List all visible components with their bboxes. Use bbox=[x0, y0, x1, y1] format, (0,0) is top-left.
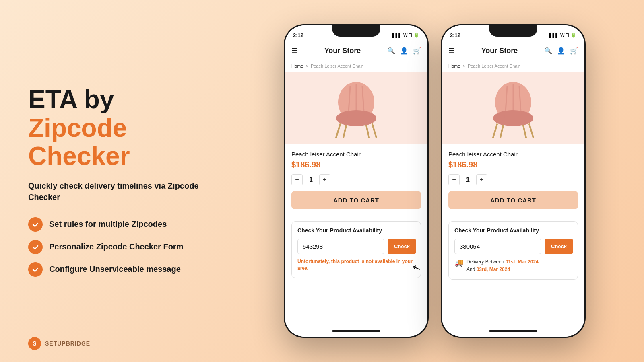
phone-1-qty-decrease[interactable]: − bbox=[291, 174, 303, 185]
phone-2-delivery-row: 🚚 Delivery Between 01st, Mar 2024 And 03… bbox=[454, 258, 572, 274]
brand-footer: S SETUPBRIDGE bbox=[28, 337, 90, 350]
checkmark-icon-2 bbox=[28, 240, 43, 254]
phone-2-product-image bbox=[442, 72, 584, 144]
phone-1-navbar: ☰ Your Store 🔍 👤 🛒 bbox=[285, 41, 427, 60]
wifi-icon: WiFi bbox=[403, 33, 412, 37]
phone-1-add-to-cart-button[interactable]: ADD TO CART bbox=[291, 191, 421, 209]
phone-2-search-icon[interactable]: 🔍 bbox=[544, 47, 552, 55]
phone-2-store-name: Your Store bbox=[481, 47, 518, 55]
phone-2-inner: 2:12 ▌▌▌ WiFi 🔋 ☰ Your Store 🔍 👤 bbox=[442, 25, 584, 337]
phone-1-user-icon[interactable]: 👤 bbox=[400, 47, 408, 55]
delivery-start-date: 01st, Mar 2024 bbox=[506, 259, 539, 265]
phone-1-breadcrumb-current: Peach Leiser Accent Chair bbox=[311, 64, 363, 68]
phone-1-breadcrumb: Home > Peach Leiser Accent Chair bbox=[285, 60, 427, 72]
phone-1-zipcode-row: Check bbox=[297, 239, 415, 254]
svg-line-13 bbox=[500, 125, 503, 138]
phone-2-chair-svg bbox=[485, 78, 541, 138]
phone-1-quantity-row: − 1 + bbox=[291, 174, 421, 185]
phone-1-status-icons: ▌▌▌ WiFi 🔋 bbox=[392, 33, 419, 38]
svg-line-2 bbox=[336, 124, 340, 138]
signal-icon-2: ▌▌▌ bbox=[549, 33, 559, 37]
phone-1-menu-icon[interactable]: ☰ bbox=[291, 46, 298, 55]
phone-1-breadcrumb-home[interactable]: Home bbox=[291, 64, 303, 68]
phone-2-product-price: $186.98 bbox=[448, 160, 578, 169]
feature-item-3: Configure Unserviceable message bbox=[28, 262, 201, 277]
hero-title: ETA by Zipcode Checker bbox=[28, 85, 201, 170]
delivery-end-date: 03rd, Mar 2024 bbox=[477, 267, 510, 272]
phone-1-error-message: Unfortunately, this product is not avail… bbox=[297, 258, 415, 272]
phone-2-breadcrumb-home[interactable]: Home bbox=[448, 64, 460, 68]
phone-2: 2:12 ▌▌▌ WiFi 🔋 ☰ Your Store 🔍 👤 bbox=[441, 24, 586, 338]
phone-2-time: 2:12 bbox=[450, 32, 460, 38]
phone-1-home-bar bbox=[285, 325, 427, 337]
phone-1-cart-icon[interactable]: 🛒 bbox=[413, 47, 421, 55]
phone-2-qty-decrease[interactable]: − bbox=[448, 174, 460, 185]
phone-2-cart-icon[interactable]: 🛒 bbox=[570, 47, 578, 55]
delivery-and: And bbox=[466, 267, 477, 272]
svg-line-14 bbox=[523, 125, 526, 138]
phone-2-zipcode-row: Check bbox=[454, 239, 572, 254]
truck-icon: 🚚 bbox=[454, 258, 463, 267]
phone-1-qty-value: 1 bbox=[309, 176, 313, 183]
phone-2-screen: ☰ Your Store 🔍 👤 🛒 Home > Peach Leiser A… bbox=[442, 41, 584, 325]
phone-1-home-bar-indicator bbox=[332, 330, 380, 332]
wifi-icon-2: WiFi bbox=[560, 33, 569, 37]
hero-title-black: ETA by bbox=[28, 85, 114, 114]
brand-logo: S bbox=[28, 337, 41, 350]
feature-list: Set rules for multiple Zipcodes Personal… bbox=[28, 217, 201, 277]
phone-1-availability-box: Check Your Product Availability Check Un… bbox=[291, 221, 421, 278]
phone-2-breadcrumb: Home > Peach Leiser Accent Chair bbox=[442, 60, 584, 72]
phone-2-breadcrumb-current: Peach Leiser Accent Chair bbox=[468, 64, 520, 68]
checkmark-icon-1 bbox=[28, 217, 43, 232]
phone-2-zipcode-input[interactable] bbox=[454, 239, 541, 254]
battery-icon-2: 🔋 bbox=[571, 33, 576, 38]
phone-2-navbar: ☰ Your Store 🔍 👤 🛒 bbox=[442, 41, 584, 60]
feature-text-2: Personalize Zipcode Checker Form bbox=[49, 242, 183, 251]
phone-1-screen: ☰ Your Store 🔍 👤 🛒 Home > Peach Leiser A… bbox=[285, 41, 427, 325]
phone-1: 2:12 ▌▌▌ WiFi 🔋 ☰ Your Store 🔍 👤 bbox=[284, 24, 429, 338]
phone-2-product-details: Peach leiser Accent Chair $186.98 − 1 + … bbox=[442, 144, 584, 221]
phone-1-breadcrumb-sep: > bbox=[305, 64, 308, 68]
phone-1-time: 2:12 bbox=[293, 32, 303, 38]
phone-2-home-bar-indicator bbox=[489, 330, 537, 332]
phone-2-home-bar bbox=[442, 325, 584, 337]
phone-2-check-button[interactable]: Check bbox=[545, 239, 573, 254]
phone-2-menu-icon[interactable]: ☰ bbox=[448, 46, 455, 55]
left-panel: ETA by Zipcode Checker Quickly check del… bbox=[0, 61, 225, 300]
feature-text-1: Set rules for multiple Zipcodes bbox=[49, 220, 167, 229]
phone-1-qty-increase[interactable]: + bbox=[319, 174, 330, 185]
phone-1-store-name: Your Store bbox=[324, 47, 361, 55]
hero-title-orange: Zipcode Checker bbox=[28, 113, 130, 171]
phone-1-product-image bbox=[285, 72, 427, 144]
phone-2-nav-icons: 🔍 👤 🛒 bbox=[544, 47, 578, 55]
svg-line-4 bbox=[343, 125, 346, 138]
phone-1-inner: 2:12 ▌▌▌ WiFi 🔋 ☰ Your Store 🔍 👤 bbox=[285, 25, 427, 337]
phone-2-quantity-row: − 1 + bbox=[448, 174, 578, 185]
signal-icon: ▌▌▌ bbox=[392, 33, 402, 37]
battery-icon: 🔋 bbox=[414, 33, 419, 38]
phone-2-user-icon[interactable]: 👤 bbox=[557, 47, 565, 55]
feature-item-2: Personalize Zipcode Checker Form bbox=[28, 240, 201, 254]
phone-1-availability-title: Check Your Product Availability bbox=[297, 227, 415, 234]
phone-2-notch bbox=[489, 25, 537, 37]
delivery-prefix: Delivery Between bbox=[466, 259, 506, 265]
svg-line-5 bbox=[366, 125, 369, 138]
feature-text-3: Configure Unserviceable message bbox=[49, 265, 181, 274]
phone-1-zipcode-input[interactable] bbox=[297, 239, 384, 254]
checkmark-icon-3 bbox=[28, 262, 43, 277]
feature-item-1: Set rules for multiple Zipcodes bbox=[28, 217, 201, 232]
phone-1-nav-icons: 🔍 👤 🛒 bbox=[387, 47, 421, 55]
phone-2-add-to-cart-button[interactable]: ADD TO CART bbox=[448, 191, 578, 209]
phone-1-check-button[interactable]: Check bbox=[388, 239, 416, 254]
phone-2-availability-title: Check Your Product Availability bbox=[454, 227, 572, 234]
brand-name: SETUPBRIDGE bbox=[45, 340, 90, 347]
svg-line-11 bbox=[493, 124, 497, 138]
hero-subtitle: Quickly check delivery timelines via Zip… bbox=[28, 180, 201, 203]
phone-1-product-price: $186.98 bbox=[291, 160, 421, 169]
phone-1-product-name: Peach leiser Accent Chair bbox=[291, 151, 421, 158]
phone-2-breadcrumb-sep: > bbox=[462, 64, 465, 68]
phone-2-success-message: Delivery Between 01st, Mar 2024 And 03rd… bbox=[466, 258, 539, 274]
phone-2-qty-value: 1 bbox=[466, 176, 470, 183]
phone-1-search-icon[interactable]: 🔍 bbox=[387, 47, 395, 55]
phone-2-qty-increase[interactable]: + bbox=[476, 174, 487, 185]
